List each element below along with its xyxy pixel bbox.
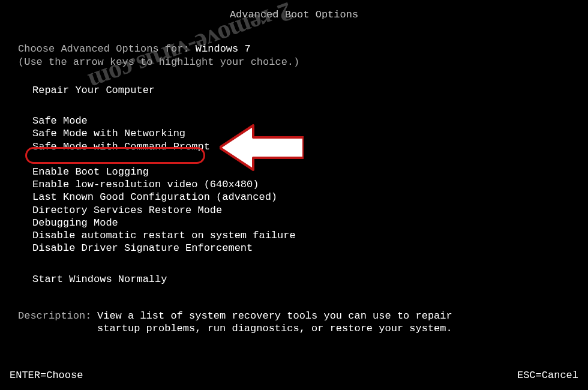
os-name: Windows 7 (196, 43, 251, 55)
choose-line: Choose Advanced Options for: Windows 7 (8, 43, 580, 55)
menu-item-debug[interactable]: Debugging Mode (32, 217, 580, 229)
menu-item-noautorestart[interactable]: Disable automatic restart on system fail… (32, 229, 580, 242)
menu-item-bootlog[interactable]: Enable Boot Logging (32, 166, 580, 178)
menu-item-safemode-cmd[interactable]: Safe Mode with Command Prompt (32, 140, 580, 153)
hint-line: (Use the arrow keys to highlight your ch… (8, 56, 580, 68)
menu-item-nosigenforce[interactable]: Disable Driver Signature Enforcement (32, 242, 580, 254)
footer-bar: ENTER=Choose ESC=Cancel (10, 369, 578, 382)
menu-separator (32, 255, 580, 273)
boot-screen: Advanced Boot Options Choose Advanced Op… (8, 8, 580, 382)
menu-item-safemode-net[interactable]: Safe Mode with Networking (32, 127, 580, 140)
description-row: Description: View a list of system recov… (8, 310, 580, 335)
menu-item-startnormal[interactable]: Start Windows Normally (32, 273, 580, 286)
description-label: Description: (18, 310, 97, 335)
menu-item-dsrm[interactable]: Directory Services Restore Mode (32, 204, 580, 217)
boot-menu[interactable]: Repair Your Computer Safe Mode Safe Mode… (8, 84, 580, 286)
menu-separator (32, 153, 580, 166)
menu-item-repair[interactable]: Repair Your Computer (32, 84, 580, 97)
menu-item-lkgc[interactable]: Last Known Good Configuration (advanced) (32, 191, 580, 203)
description-text: View a list of system recovery tools you… (97, 310, 481, 335)
menu-item-safemode[interactable]: Safe Mode (32, 115, 580, 127)
footer-esc: ESC=Cancel (517, 369, 578, 382)
footer-enter: ENTER=Choose (10, 369, 83, 382)
page-title: Advanced Boot Options (8, 8, 580, 21)
menu-separator (32, 97, 580, 115)
menu-item-lowres[interactable]: Enable low-resolution video (640x480) (32, 178, 580, 191)
choose-prefix: Choose Advanced Options for: (18, 43, 196, 55)
